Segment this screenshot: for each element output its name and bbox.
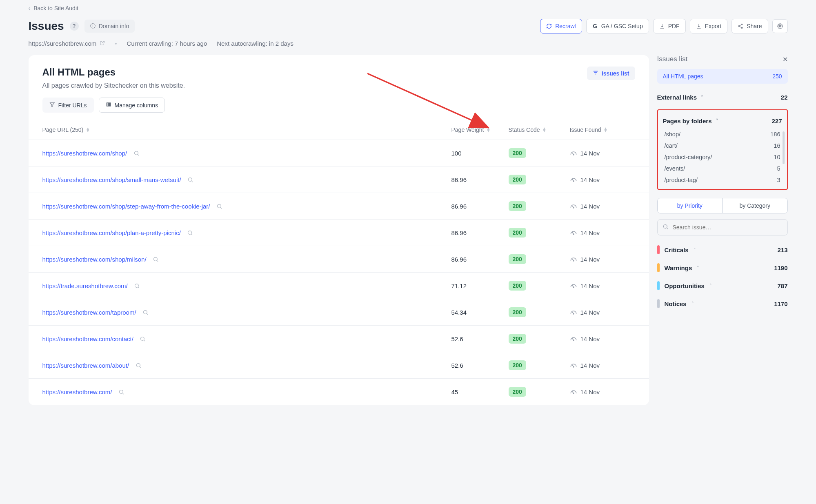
folder-item[interactable]: /cart/16 bbox=[663, 142, 782, 149]
svg-point-21 bbox=[141, 337, 145, 340]
category-count: 1190 bbox=[774, 264, 787, 271]
folder-item[interactable]: /shop/186 bbox=[663, 131, 782, 138]
col-head-status[interactable]: Status Code ▲▼ bbox=[509, 127, 570, 133]
status-code-pill: 200 bbox=[509, 148, 526, 158]
page-url-link[interactable]: https://sureshotbrew.com/contact/ bbox=[42, 335, 133, 342]
search-icon bbox=[663, 224, 669, 231]
status-code-pill: 200 bbox=[509, 175, 526, 184]
recrawl-button[interactable]: Recrawl bbox=[540, 19, 582, 33]
domain-info-chip[interactable]: ⓘ Domain info bbox=[84, 20, 135, 33]
category-count: 787 bbox=[777, 282, 787, 289]
folder-item[interactable]: /product-tag/3 bbox=[663, 177, 782, 183]
settings-button[interactable] bbox=[772, 19, 788, 33]
col-head-weight[interactable]: Page Weight ▲▼ bbox=[451, 127, 509, 133]
back-to-site-audit-link[interactable]: ‹ Back to Site Audit bbox=[29, 5, 78, 11]
main-subheading: All pages crawled by Sitechecker on this… bbox=[42, 82, 185, 89]
share-button[interactable]: Share bbox=[732, 19, 768, 33]
gauge-icon bbox=[570, 362, 577, 369]
page-weight-cell: 45 bbox=[451, 389, 509, 395]
issues-list-toggle-label: Issues list bbox=[602, 70, 629, 77]
svg-point-11 bbox=[218, 204, 221, 208]
issue-category-row[interactable]: Warnings ˄ 1190 bbox=[657, 263, 788, 272]
page-url-link[interactable]: https://trade.sureshotbrew.com/ bbox=[42, 282, 128, 289]
active-filter-chip[interactable]: All HTML pages 250 bbox=[657, 69, 788, 84]
table-row: https://sureshotbrew.com/contact/ 52.6 2… bbox=[29, 326, 649, 352]
gauge-icon bbox=[570, 229, 577, 236]
inspect-icon[interactable] bbox=[135, 362, 142, 369]
gauge-icon bbox=[570, 176, 577, 183]
page-weight-cell: 100 bbox=[451, 150, 509, 157]
filter-urls-button[interactable]: Filter URLs bbox=[42, 98, 94, 113]
by-category-tab[interactable]: by Category bbox=[723, 198, 787, 213]
main-card: All HTML pages All pages crawled by Site… bbox=[29, 55, 649, 405]
svg-rect-6 bbox=[109, 103, 110, 106]
issue-found-date: 14 Nov bbox=[580, 176, 600, 183]
page-url-link[interactable]: https://sureshotbrew.com/shop/ bbox=[42, 150, 127, 157]
svg-point-23 bbox=[136, 363, 140, 367]
status-code-pill: 200 bbox=[509, 387, 526, 397]
issues-list-toggle[interactable]: Issues list bbox=[587, 67, 635, 80]
page-url-link[interactable]: https://sureshotbrew.com/ bbox=[42, 389, 112, 395]
site-url-link[interactable]: https://sureshotbrew.com bbox=[29, 40, 105, 47]
chevron-left-icon: ‹ bbox=[29, 5, 31, 11]
page-weight-cell: 86.96 bbox=[451, 203, 509, 210]
status-code-pill: 200 bbox=[509, 228, 526, 238]
pdf-button[interactable]: PDF bbox=[653, 19, 686, 33]
sort-icon: ▲▼ bbox=[604, 127, 608, 132]
help-icon[interactable]: ? bbox=[70, 22, 79, 31]
page-url-link[interactable]: https://sureshotbrew.com/taproom/ bbox=[42, 309, 136, 316]
issue-found-date: 14 Nov bbox=[580, 389, 600, 395]
inspect-icon[interactable] bbox=[187, 176, 194, 183]
issue-search-input[interactable] bbox=[673, 224, 783, 231]
folder-item[interactable]: /events/5 bbox=[663, 165, 782, 172]
manage-columns-button[interactable]: Manage columns bbox=[99, 98, 165, 113]
inspect-icon[interactable] bbox=[216, 202, 223, 210]
inspect-icon[interactable] bbox=[133, 149, 140, 157]
page-url-link[interactable]: https://sureshotbrew.com/shop/milson/ bbox=[42, 256, 147, 263]
pages-by-folders-header[interactable]: Pages by folders ˅ 227 bbox=[663, 115, 782, 127]
col-head-found[interactable]: Issue Found ▲▼ bbox=[570, 127, 635, 133]
page-url-link[interactable]: https://sureshotbrew.com/shop/plan-a-pre… bbox=[42, 229, 181, 236]
folder-item[interactable]: /product-category/10 bbox=[663, 154, 782, 160]
svg-point-3 bbox=[779, 25, 781, 27]
issue-found-date: 14 Nov bbox=[580, 362, 600, 369]
issue-category-row[interactable]: Opportunities ˄ 787 bbox=[657, 281, 788, 290]
svg-point-7 bbox=[134, 151, 138, 155]
issue-category-row[interactable]: Criticals ˄ 213 bbox=[657, 245, 788, 254]
table-row: https://sureshotbrew.com/taproom/ 54.34 … bbox=[29, 299, 649, 326]
inspect-icon[interactable] bbox=[152, 255, 160, 263]
inspect-icon[interactable] bbox=[142, 309, 149, 316]
status-code-pill: 200 bbox=[509, 254, 526, 264]
ga-gsc-setup-button[interactable]: G GA / GSC Setup bbox=[586, 19, 649, 33]
svg-point-2 bbox=[741, 27, 743, 29]
separator-dot: • bbox=[115, 40, 117, 47]
close-icon[interactable]: ✕ bbox=[783, 56, 788, 63]
issue-found-date: 14 Nov bbox=[580, 203, 600, 210]
export-button[interactable]: Export bbox=[690, 19, 727, 33]
sort-icon: ▲▼ bbox=[486, 127, 490, 132]
external-links-row[interactable]: External links ˄ 22 bbox=[657, 92, 788, 103]
by-priority-tab[interactable]: by Priority bbox=[658, 198, 723, 213]
issue-search-field[interactable] bbox=[657, 219, 788, 235]
inspect-icon[interactable] bbox=[187, 229, 194, 236]
status-code-pill: 200 bbox=[509, 334, 526, 344]
svg-point-17 bbox=[135, 284, 139, 287]
page-url-link[interactable]: https://sureshotbrew.com/about/ bbox=[42, 362, 129, 369]
page-weight-cell: 86.96 bbox=[451, 176, 509, 183]
inspect-icon[interactable] bbox=[133, 282, 141, 289]
page-url-link[interactable]: https://sureshotbrew.com/shop/step-away-… bbox=[42, 203, 210, 210]
inspect-icon[interactable] bbox=[139, 335, 147, 342]
category-color-bar bbox=[657, 299, 660, 308]
status-code-pill: 200 bbox=[509, 281, 526, 291]
columns-icon bbox=[106, 102, 111, 109]
site-url-text: https://sureshotbrew.com bbox=[29, 40, 97, 47]
issue-category-row[interactable]: Notices ˄ 1170 bbox=[657, 299, 788, 308]
current-crawl-text: Current crawling: 7 hours ago bbox=[127, 40, 207, 47]
inspect-icon[interactable] bbox=[118, 388, 125, 395]
pages-by-folders-section: Pages by folders ˅ 227 /shop/186/cart/16… bbox=[657, 109, 788, 190]
col-head-url[interactable]: Page URL (250) ▲▼ bbox=[42, 127, 451, 133]
scrollbar-thumb[interactable] bbox=[783, 131, 785, 164]
page-weight-cell: 52.6 bbox=[451, 362, 509, 369]
gauge-icon bbox=[570, 309, 577, 316]
page-url-link[interactable]: https://sureshotbrew.com/shop/small-mans… bbox=[42, 176, 181, 183]
